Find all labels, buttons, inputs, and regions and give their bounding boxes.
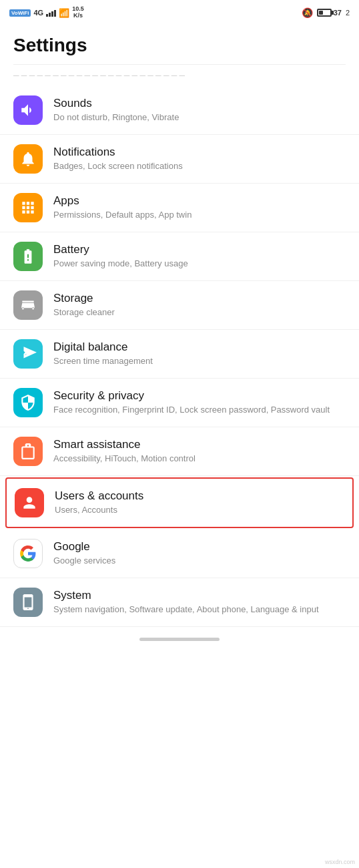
bell-mute-icon: 🔕 — [302, 7, 313, 18]
settings-item-users-accounts[interactable]: Users & accounts Users, Accounts — [5, 477, 354, 528]
security-icon — [13, 388, 43, 417]
notifications-icon — [13, 144, 43, 174]
users-accounts-title: Users & accounts — [55, 489, 344, 503]
battery-subtitle: Power saving mode, Battery usage — [53, 258, 346, 270]
settings-item-security[interactable]: Security & privacy Face recognition, Fin… — [0, 379, 359, 427]
top-cutoff-indicator: ─ ─ ─ ─ ─ ─ ─ ─ ─ ─ ─ ─ ─ ─ ─ ─ ─ ─ ─ ─ … — [13, 71, 185, 80]
storage-text: Storage Storage cleaner — [53, 292, 346, 318]
system-icon — [13, 588, 43, 617]
watermark: wsxdn.com — [325, 859, 355, 865]
system-text: System System navigation, Software updat… — [53, 589, 346, 616]
storage-title: Storage — [53, 292, 346, 305]
apps-text: Apps Permissions, Default apps, App twin — [53, 194, 346, 221]
battery-settings-icon — [13, 242, 43, 271]
home-pill — [139, 638, 220, 641]
sounds-text: Sounds Do not disturb, Ringtone, Vibrate — [53, 97, 346, 124]
battery-title: Battery — [53, 243, 346, 256]
google-icon — [13, 539, 43, 568]
speed-display: 10.5K/s — [72, 6, 84, 19]
apps-subtitle: Permissions, Default apps, App twin — [53, 209, 346, 221]
settings-item-storage[interactable]: Storage Storage cleaner — [0, 281, 359, 330]
users-accounts-subtitle: Users, Accounts — [55, 504, 344, 516]
apps-icon — [13, 193, 43, 222]
vowifi-badge: VoWiFi — [9, 9, 31, 17]
settings-item-notifications[interactable]: Notifications Badges, Lock screen notifi… — [0, 135, 359, 184]
status-left: VoWiFi 4G 📶 10.5K/s — [9, 6, 84, 19]
system-title: System — [53, 589, 346, 602]
settings-item-google[interactable]: Google Google services — [0, 529, 359, 578]
signal-bars — [46, 9, 56, 17]
users-accounts-icon — [15, 488, 44, 517]
notifications-title: Notifications — [53, 146, 346, 159]
smart-assistance-title: Smart assistance — [53, 438, 346, 451]
battery-fill — [319, 11, 323, 15]
smart-assistance-subtitle: Accessibility, HiTouch, Motion control — [53, 453, 346, 465]
battery-icon — [317, 9, 332, 17]
google-subtitle: Google services — [53, 555, 346, 567]
page-title: Settings — [0, 24, 359, 64]
settings-item-system[interactable]: System System navigation, Software updat… — [0, 578, 359, 627]
security-subtitle: Face recognition, Fingerprint ID, Lock s… — [53, 404, 346, 416]
wifi-icon: 📶 — [59, 8, 69, 18]
settings-list: Sounds Do not disturb, Ringtone, Vibrate… — [0, 86, 359, 627]
storage-icon — [13, 290, 43, 320]
settings-item-sounds[interactable]: Sounds Do not disturb, Ringtone, Vibrate — [0, 86, 359, 135]
users-accounts-text: Users & accounts Users, Accounts — [55, 489, 344, 516]
battery-text: Battery Power saving mode, Battery usage — [53, 243, 346, 270]
security-title: Security & privacy — [53, 389, 346, 403]
smart-assistance-icon — [13, 437, 43, 466]
digital-balance-title: Digital balance — [53, 341, 346, 354]
sounds-subtitle: Do not disturb, Ringtone, Vibrate — [53, 112, 346, 124]
settings-item-digital-balance[interactable]: Digital balance Screen time management — [0, 330, 359, 379]
system-subtitle: System navigation, Software update, Abou… — [53, 604, 346, 616]
sounds-title: Sounds — [53, 97, 346, 110]
status-right: 🔕 37 2 — [302, 7, 350, 18]
digital-balance-subtitle: Screen time management — [53, 355, 346, 367]
storage-subtitle: Storage cleaner — [53, 306, 346, 318]
settings-item-battery[interactable]: Battery Power saving mode, Battery usage — [0, 232, 359, 281]
apps-title: Apps — [53, 194, 346, 208]
google-text: Google Google services — [53, 540, 346, 567]
settings-item-smart-assistance[interactable]: Smart assistance Accessibility, HiTouch,… — [0, 427, 359, 476]
smart-assistance-text: Smart assistance Accessibility, HiTouch,… — [53, 438, 346, 465]
google-title: Google — [53, 540, 346, 554]
battery-container: 37 — [317, 9, 342, 17]
status-bar: VoWiFi 4G 📶 10.5K/s 🔕 37 2 — [0, 0, 359, 24]
security-text: Security & privacy Face recognition, Fin… — [53, 389, 346, 416]
network-type: 4G — [33, 9, 43, 17]
battery-percent: 37 — [334, 9, 342, 17]
home-indicator — [0, 627, 359, 648]
notifications-text: Notifications Badges, Lock screen notifi… — [53, 146, 346, 172]
digital-balance-text: Digital balance Screen time management — [53, 341, 346, 367]
signal-strength: 2 — [346, 9, 350, 17]
notifications-subtitle: Badges, Lock screen notifications — [53, 160, 346, 172]
settings-item-apps[interactable]: Apps Permissions, Default apps, App twin — [0, 184, 359, 232]
digital-balance-icon — [13, 339, 43, 369]
sounds-icon — [13, 95, 43, 125]
